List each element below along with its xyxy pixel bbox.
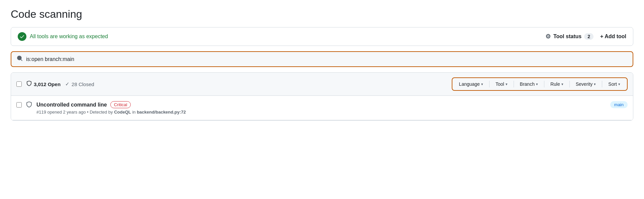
result-filepath[interactable]: backend/backend.py:72 xyxy=(137,110,186,115)
results-panel: 3,012 Open ✓ 28 Closed Language ▾ Tool ▾… xyxy=(11,72,633,121)
filter-divider-1 xyxy=(489,81,490,87)
language-chevron-icon: ▾ xyxy=(481,82,483,86)
result-in: in xyxy=(131,110,137,115)
search-container xyxy=(11,51,633,67)
rule-filter-button[interactable]: Rule ▾ xyxy=(546,79,567,89)
row-shield-icon xyxy=(26,101,32,108)
page-title: Code scanning xyxy=(11,8,633,20)
tool-status-button[interactable]: ⚙ Tool status 2 xyxy=(545,33,594,40)
result-title-row: Uncontrolled command line Critical xyxy=(36,101,186,108)
search-input[interactable] xyxy=(26,56,627,62)
select-all-checkbox[interactable] xyxy=(16,81,22,87)
result-codeql: CodeQL xyxy=(114,110,131,115)
result-content: Uncontrolled command line Critical #119 … xyxy=(36,101,186,115)
filter-divider-2 xyxy=(514,81,514,87)
open-count[interactable]: 3,012 Open xyxy=(26,81,61,87)
status-bar: All tools are working as expected ⚙ Tool… xyxy=(11,27,633,46)
severity-chevron-icon: ▾ xyxy=(594,82,596,86)
result-title[interactable]: Uncontrolled command line xyxy=(36,102,107,108)
result-number: #119 opened 2 years ago • Detected by xyxy=(36,110,114,115)
branch-tag[interactable]: main xyxy=(610,101,628,108)
sort-chevron-icon: ▾ xyxy=(618,82,620,86)
results-header: 3,012 Open ✓ 28 Closed Language ▾ Tool ▾… xyxy=(11,73,633,96)
table-row: Uncontrolled command line Critical #119 … xyxy=(11,96,633,120)
shield-icon xyxy=(26,81,32,87)
tool-filter-button[interactable]: Tool ▾ xyxy=(492,79,512,89)
check-circle-icon xyxy=(18,32,26,41)
filter-divider-3 xyxy=(544,81,544,87)
filter-divider-5 xyxy=(602,81,602,87)
tool-status-label: Tool status xyxy=(553,34,581,40)
severity-badge: Critical xyxy=(110,101,131,108)
checkmark-svg xyxy=(19,34,25,39)
closed-count[interactable]: ✓ 28 Closed xyxy=(65,81,94,87)
language-filter-button[interactable]: Language ▾ xyxy=(455,79,487,89)
row-checkbox[interactable] xyxy=(16,102,22,108)
tool-count-badge: 2 xyxy=(584,33,594,40)
severity-filter-button[interactable]: Severity ▾ xyxy=(572,79,600,89)
closed-checkmark-icon: ✓ xyxy=(65,81,70,87)
result-left: Uncontrolled command line Critical #119 … xyxy=(16,101,186,115)
sort-filter-button[interactable]: Sort ▾ xyxy=(604,79,624,89)
results-left: 3,012 Open ✓ 28 Closed xyxy=(16,81,94,87)
filters-group: Language ▾ Tool ▾ Branch ▾ Rule ▾ Severi… xyxy=(452,77,628,91)
tool-status-icon: ⚙ xyxy=(545,33,551,40)
result-meta: #119 opened 2 years ago • Detected by Co… xyxy=(36,110,186,115)
status-right: ⚙ Tool status 2 + Add tool xyxy=(545,33,626,40)
add-tool-button[interactable]: + Add tool xyxy=(600,34,626,40)
result-right: main xyxy=(610,101,628,108)
filter-divider-4 xyxy=(569,81,570,87)
status-left: All tools are working as expected xyxy=(18,32,108,41)
status-message: All tools are working as expected xyxy=(30,34,108,40)
branch-filter-button[interactable]: Branch ▾ xyxy=(516,79,542,89)
search-icon xyxy=(17,55,23,63)
rule-chevron-icon: ▾ xyxy=(561,82,563,86)
branch-chevron-icon: ▾ xyxy=(536,82,538,86)
tool-chevron-icon: ▾ xyxy=(506,82,508,86)
search-box[interactable] xyxy=(11,51,633,67)
